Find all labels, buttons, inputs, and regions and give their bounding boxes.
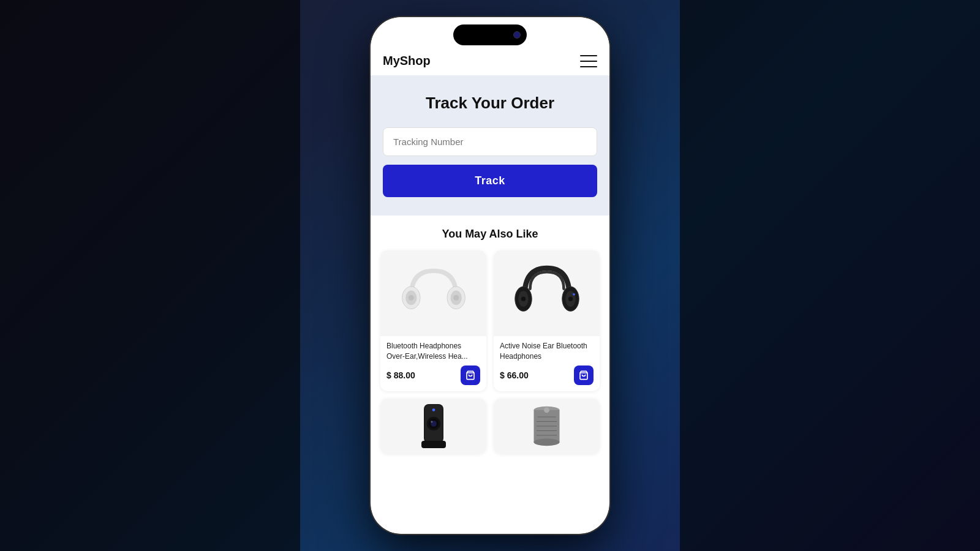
svg-point-25 [534,438,560,446]
svg-point-13 [573,293,575,296]
svg-point-20 [431,421,432,422]
product-image-3 [380,399,486,454]
product-info-2: Active Noise Ear Bluetooth Headphones $ … [494,336,600,391]
product-name-2: Active Noise Ear Bluetooth Headphones [500,341,594,362]
product-name-1: Bluetooth Headphones Over-Ear,Wireless H… [386,341,480,362]
products-grid: Bluetooth Headphones Over-Ear,Wireless H… [380,250,600,454]
svg-point-9 [521,297,525,301]
recommendations-section: You May Also Like [371,216,609,466]
right-panel [680,0,980,551]
recommendations-heading: You May Also Like [380,228,600,241]
svg-point-31 [544,407,549,413]
track-section: Track Your Order Track [371,75,609,216]
phone-screen: MyShop Track Your Order Track You May Al… [371,17,609,534]
product-price-1: $ 88.00 [386,370,415,380]
cart-icon-2 [579,370,589,380]
product-footer-1: $ 88.00 [386,365,480,385]
left-panel [0,0,300,551]
product-card-4 [494,399,600,454]
product-image-1 [380,250,486,336]
product-image-2 [494,250,600,336]
cart-icon-1 [466,370,475,380]
speaker-image [524,399,570,454]
product-card-2: Active Noise Ear Bluetooth Headphones $ … [494,250,600,391]
track-heading: Track Your Order [383,94,597,113]
camera-image [409,399,458,454]
tracking-number-input[interactable] [383,127,597,156]
phone-frame: MyShop Track Your Order Track You May Al… [371,17,609,534]
svg-rect-22 [421,441,446,448]
svg-point-2 [408,295,413,301]
svg-point-5 [453,295,459,301]
phone-content[interactable]: Track Your Order Track You May Also Like [371,75,609,534]
white-headphones-image [400,260,467,327]
dynamic-island [453,24,527,45]
menu-line-1 [580,55,597,56]
menu-icon[interactable] [580,55,597,67]
track-button[interactable]: Track [383,165,597,197]
product-image-4 [494,399,600,454]
product-card-1: Bluetooth Headphones Over-Ear,Wireless H… [380,250,486,391]
menu-line-3 [580,66,597,67]
product-footer-2: $ 66.00 [500,365,594,385]
add-to-cart-1[interactable] [461,365,480,385]
product-price-2: $ 66.00 [500,370,529,380]
svg-point-12 [568,297,572,301]
menu-line-2 [580,61,597,62]
svg-point-21 [432,408,435,411]
product-card-3 [380,399,486,454]
black-headphones-image [513,260,581,327]
app-title: MyShop [383,54,431,68]
add-to-cart-2[interactable] [574,365,594,385]
dynamic-island-dot [513,31,521,39]
product-info-1: Bluetooth Headphones Over-Ear,Wireless H… [380,336,486,391]
